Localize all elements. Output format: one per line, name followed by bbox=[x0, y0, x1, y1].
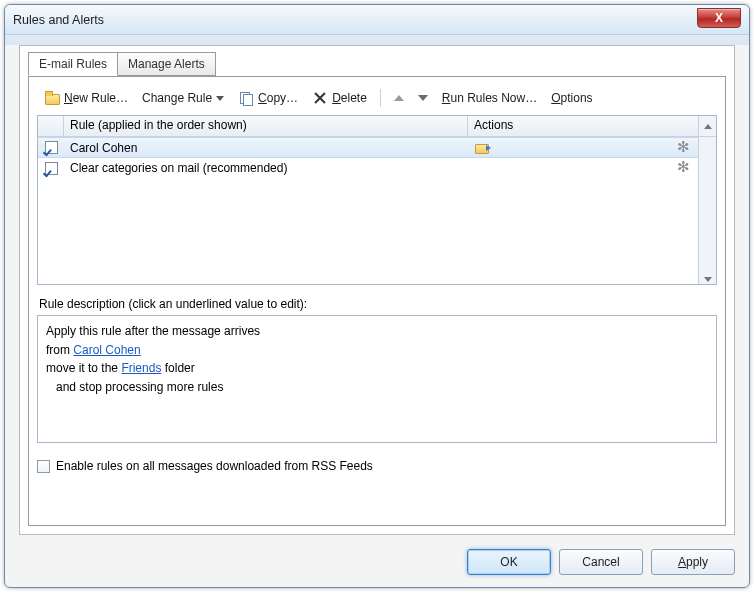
rss-checkbox[interactable] bbox=[37, 460, 50, 473]
tab-manage-alerts[interactable]: Manage Alerts bbox=[117, 52, 216, 76]
row-checkbox-cell bbox=[38, 162, 64, 175]
btn-label: OK bbox=[500, 555, 517, 569]
apply-button[interactable]: Apply bbox=[651, 549, 735, 575]
gear-icon bbox=[676, 160, 692, 176]
options-button[interactable]: Options bbox=[546, 88, 597, 108]
rules-list: Rule (applied in the order shown) Action… bbox=[37, 115, 717, 285]
rss-label: Enable rules on all messages downloaded … bbox=[56, 459, 373, 473]
desc-text: move it to the bbox=[46, 361, 121, 375]
btn-label: Copy… bbox=[258, 91, 298, 105]
rules-and-alerts-dialog: Rules and Alerts X E-mail Rules Manage A… bbox=[4, 4, 750, 588]
rss-enable-row: Enable rules on all messages downloaded … bbox=[37, 459, 717, 473]
col-label: Actions bbox=[474, 118, 513, 132]
btn-label: New Rule… bbox=[64, 91, 128, 105]
col-actions[interactable]: Actions bbox=[468, 116, 698, 136]
desc-line: Apply this rule after the message arrive… bbox=[46, 322, 708, 341]
row-checkbox-cell bbox=[38, 141, 64, 154]
desc-line: and stop processing more rules bbox=[46, 378, 708, 397]
arrow-down-icon bbox=[704, 277, 712, 282]
folder-link[interactable]: Friends bbox=[121, 361, 161, 375]
change-rule-dropdown[interactable]: Change Rule bbox=[137, 88, 229, 108]
copy-button[interactable]: Copy… bbox=[233, 87, 303, 109]
copy-icon bbox=[238, 90, 254, 106]
tab-email-rules[interactable]: E-mail Rules bbox=[28, 52, 118, 76]
window-title: Rules and Alerts bbox=[13, 13, 104, 27]
toolbar: New Rule… Change Rule Copy… Delete bbox=[37, 85, 717, 115]
sender-link[interactable]: Carol Cohen bbox=[73, 343, 140, 357]
tab-strip: E-mail Rules Manage Alerts bbox=[28, 51, 734, 75]
btn-label: Run Rules Now… bbox=[442, 91, 537, 105]
tab-pane-email-rules: New Rule… Change Rule Copy… Delete bbox=[28, 76, 726, 526]
dialog-body: E-mail Rules Manage Alerts New Rule… Cha… bbox=[19, 45, 735, 535]
btn-label: Options bbox=[551, 91, 592, 105]
btn-label: Delete bbox=[332, 91, 367, 105]
col-checkbox[interactable] bbox=[38, 116, 64, 136]
desc-line: from Carol Cohen bbox=[46, 341, 708, 360]
btn-label: Change Rule bbox=[142, 91, 212, 105]
row-checkbox[interactable] bbox=[45, 162, 58, 175]
new-rule-icon bbox=[44, 90, 60, 106]
table-row[interactable]: Clear categories on mail (recommended) bbox=[38, 158, 716, 179]
row-name: Clear categories on mail (recommended) bbox=[64, 161, 468, 175]
col-rule[interactable]: Rule (applied in the order shown) bbox=[64, 116, 468, 136]
close-button[interactable]: X bbox=[697, 8, 741, 28]
arrow-up-icon bbox=[394, 95, 404, 101]
titlebar[interactable]: Rules and Alerts X bbox=[5, 5, 749, 35]
rule-description-box: Apply this rule after the message arrive… bbox=[37, 315, 717, 443]
new-rule-button[interactable]: New Rule… bbox=[39, 87, 133, 109]
delete-icon bbox=[312, 90, 328, 106]
cancel-button[interactable]: Cancel bbox=[559, 549, 643, 575]
desc-line: move it to the Friends folder bbox=[46, 359, 708, 378]
btn-label: Cancel bbox=[582, 555, 619, 569]
delete-button[interactable]: Delete bbox=[307, 87, 372, 109]
close-icon: X bbox=[715, 11, 723, 25]
row-actions bbox=[468, 140, 698, 156]
dialog-footer: OK Cancel Apply bbox=[19, 549, 735, 575]
btn-label: Apply bbox=[678, 555, 708, 569]
move-down-button[interactable] bbox=[413, 92, 433, 104]
chevron-down-icon bbox=[216, 96, 224, 101]
desc-text: from bbox=[46, 343, 73, 357]
separator bbox=[380, 89, 381, 107]
col-label: Rule (applied in the order shown) bbox=[70, 118, 247, 132]
rules-list-header: Rule (applied in the order shown) Action… bbox=[38, 116, 716, 137]
ok-button[interactable]: OK bbox=[467, 549, 551, 575]
tab-label: Manage Alerts bbox=[128, 57, 205, 71]
description-label: Rule description (click an underlined va… bbox=[39, 297, 715, 311]
arrow-down-icon bbox=[418, 95, 428, 101]
move-to-folder-icon bbox=[474, 141, 490, 155]
gear-icon bbox=[676, 140, 692, 156]
col-scroll-up[interactable] bbox=[698, 116, 716, 136]
table-row[interactable]: Carol Cohen bbox=[38, 137, 716, 158]
row-actions bbox=[468, 160, 698, 176]
tab-label: E-mail Rules bbox=[39, 57, 107, 71]
row-name: Carol Cohen bbox=[64, 141, 468, 155]
desc-text: folder bbox=[161, 361, 194, 375]
run-rules-now-button[interactable]: Run Rules Now… bbox=[437, 88, 542, 108]
vertical-scrollbar[interactable] bbox=[698, 137, 716, 284]
arrow-up-icon bbox=[704, 124, 712, 129]
row-checkbox[interactable] bbox=[45, 141, 58, 154]
move-up-button[interactable] bbox=[389, 92, 409, 104]
